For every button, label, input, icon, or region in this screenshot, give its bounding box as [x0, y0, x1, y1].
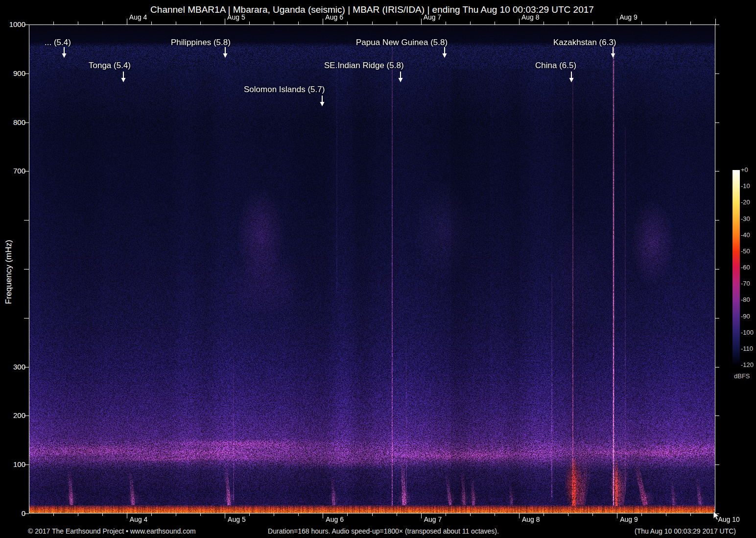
colorbar-tick-label: -100 [741, 329, 754, 336]
x-tick-top [617, 19, 617, 24]
x-tick-bottom [127, 514, 127, 518]
y-tick-right [715, 416, 719, 416]
x-tick-bottom [372, 514, 373, 516]
annotation-down-arrow-icon [222, 47, 228, 58]
x-tick-top [323, 19, 323, 24]
x-tick-top [249, 22, 250, 24]
x-tick-top [151, 22, 152, 24]
x-date-label-top: Aug 7 [424, 13, 442, 21]
x-tick-top [53, 22, 54, 24]
x-tick-top [446, 22, 446, 24]
annotation-label: Kazakhstan (6.3) [553, 38, 616, 48]
x-date-label-bottom: Aug 6 [326, 515, 344, 523]
x-tick-top [127, 19, 127, 24]
annotation-label: Philippines (5.8) [171, 38, 231, 48]
x-tick-top [225, 19, 225, 24]
colorbar-tick-label: -30 [741, 215, 750, 222]
y-tick-left [24, 220, 29, 220]
annotation-down-arrow-icon [442, 47, 448, 58]
x-tick-bottom [151, 514, 152, 516]
x-tick-bottom [568, 514, 568, 516]
annotation-label: Tonga (5.4) [89, 61, 131, 71]
colorbar-tick-label: -120 [741, 361, 754, 368]
x-tick-top [641, 22, 642, 24]
spectrogram-page: Channel MBAR1A | Mbarara, Uganda (seismi… [0, 0, 756, 538]
mouse-cursor [713, 511, 720, 521]
x-tick-bottom [519, 514, 520, 518]
y-tick-label: 700 [4, 167, 25, 175]
x-tick-top [372, 22, 373, 24]
x-tick-bottom [78, 514, 78, 516]
colorbar-tick-label: -10 [741, 182, 750, 190]
y-tick-label: 900 [4, 69, 25, 77]
x-date-label-top: Aug 4 [129, 13, 147, 21]
annotation-down-arrow-icon [610, 47, 616, 58]
y-tick-right [715, 367, 719, 367]
x-tick-bottom [249, 514, 250, 516]
y-tick-label: 1000 [4, 20, 25, 28]
y-tick-right [715, 24, 719, 25]
x-tick-bottom [592, 514, 593, 516]
x-tick-bottom [323, 514, 323, 518]
x-date-label-top: Aug 9 [619, 13, 638, 21]
x-tick-top [200, 22, 201, 24]
x-tick-bottom [446, 514, 446, 516]
y-tick-label: 800 [4, 118, 25, 126]
x-tick-bottom [617, 514, 617, 518]
x-tick-bottom [495, 514, 495, 516]
x-date-label-top: Aug 5 [227, 13, 245, 21]
x-tick-top [102, 22, 103, 24]
y-tick-right [715, 171, 719, 171]
x-tick-bottom [421, 514, 422, 518]
x-tick-top [666, 22, 666, 24]
x-tick-top [715, 19, 716, 24]
x-tick-bottom [102, 514, 103, 516]
y-tick-right [715, 122, 719, 123]
x-date-label-top: Aug 6 [325, 13, 343, 21]
x-date-label-bottom: Aug 4 [130, 515, 148, 523]
y-tick-right [715, 220, 719, 220]
colorbar-tick-label: -70 [741, 280, 750, 287]
colorbar-unit-label: dBFS [734, 372, 750, 380]
x-date-label-bottom: Aug 10 [718, 515, 740, 523]
annotation-label: Papua New Guinea (5.8) [356, 38, 448, 48]
y-tick-label: 100 [4, 460, 25, 468]
annotation-label: ... (5.4) [45, 38, 71, 48]
annotation-label: Solomon Islands (5.7) [244, 85, 325, 95]
colorbar-tick-label: -60 [741, 264, 750, 271]
x-tick-top [176, 22, 176, 24]
colorbar-tick-label: -90 [741, 313, 750, 320]
x-tick-top [543, 22, 544, 24]
x-tick-top [519, 19, 520, 24]
y-tick-label: 0 [4, 509, 25, 517]
x-tick-top [397, 22, 397, 24]
x-tick-top [568, 22, 568, 24]
footer-copyright: © 2017 The Earthsound Project • www.eart… [28, 527, 196, 535]
x-tick-bottom [641, 514, 642, 516]
x-tick-bottom [225, 514, 225, 518]
colorbar-tick-label: -40 [741, 231, 750, 239]
x-tick-bottom [543, 514, 544, 516]
x-tick-top [421, 19, 422, 24]
x-tick-bottom [274, 514, 274, 516]
annotation-down-arrow-icon [319, 96, 325, 106]
annotation-label: SE.Indian Ridge (5.8) [324, 61, 404, 71]
x-tick-bottom [200, 514, 201, 516]
x-tick-bottom [397, 514, 397, 516]
annotation-down-arrow-icon [120, 72, 126, 82]
y-tick-left [24, 269, 29, 269]
colorbar-tick-label: -80 [741, 296, 750, 303]
y-tick-right [715, 465, 719, 465]
footer-duration: Duration=168 hours. Audio speed-up=1800×… [268, 527, 499, 535]
x-tick-top [347, 22, 348, 24]
x-date-label-top: Aug 8 [521, 13, 540, 21]
x-date-label-bottom: Aug 7 [424, 515, 442, 523]
colorbar-tick-label: -50 [741, 247, 750, 255]
x-tick-bottom [53, 514, 54, 516]
y-tick-right [715, 318, 719, 318]
footer-timestamp: (Thu Aug 10 00:03:29 2017 UTC) [635, 527, 736, 535]
colorbar-tick-label: +0 [741, 166, 748, 173]
x-date-label-bottom: Aug 9 [620, 515, 638, 523]
x-tick-top [690, 22, 691, 24]
x-date-label-bottom: Aug 8 [522, 515, 540, 523]
